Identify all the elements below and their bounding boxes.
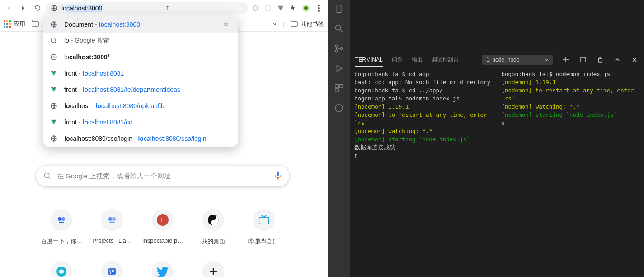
run-debug-icon[interactable] <box>333 62 345 74</box>
svg-point-5 <box>318 5 320 6</box>
shortcut-tile <box>51 261 72 277</box>
tab-debug-console[interactable]: 调试控制台 <box>432 53 459 67</box>
terminal-line: bogon:app tal$ nodemon index.js <box>354 95 493 103</box>
remote-icon[interactable] <box>333 102 345 114</box>
ntp-shortcut[interactable] <box>137 261 188 277</box>
chevron-down-icon <box>544 57 549 62</box>
back-button[interactable] <box>3 2 14 14</box>
svg-rect-28 <box>335 85 338 88</box>
suggestion-row[interactable]: front - localhost:8081/cd <box>43 114 238 130</box>
other-bookmarks[interactable]: 其他书签 <box>291 20 324 28</box>
suggestion-text: localhost:8080/sso/login - localhost:808… <box>64 135 231 142</box>
apps-shortcut[interactable]: 应用 <box>4 20 25 28</box>
svg-point-13 <box>44 173 49 178</box>
chrome-toolbar: localhost:3000 𝙸 <box>0 0 328 16</box>
split-terminal-icon[interactable] <box>579 56 587 64</box>
tab-output[interactable]: 输出 <box>412 53 423 67</box>
folder-icon <box>291 21 298 27</box>
svg-point-18 <box>112 217 116 221</box>
forward-button[interactable] <box>17 2 29 14</box>
shortcut-tile <box>51 209 72 231</box>
extensions-icon[interactable] <box>333 82 345 94</box>
svg-point-25 <box>335 45 338 47</box>
terminal-right[interactable]: bogon:hack tal$ nodemon index.js[nodemon… <box>497 67 644 277</box>
ext-icon-1[interactable] <box>251 4 260 13</box>
shortcut-tile <box>101 209 123 231</box>
terminal-line: [nodemon] 1.19.1 <box>354 103 493 111</box>
terminal-left[interactable]: bogon:hack tal$ cd appbash: cd: app: No … <box>350 67 497 277</box>
ntp-shortcuts: 百度一下，你… Projects · Da…L Inspectable p… 我… <box>36 209 289 277</box>
reload-button[interactable] <box>32 2 43 14</box>
panel-close-icon[interactable] <box>630 56 639 64</box>
ntp-shortcut[interactable]: Projects · Da… <box>87 209 137 245</box>
shortcut-tile <box>253 209 275 231</box>
svg-rect-20 <box>259 217 269 224</box>
suggestion-row[interactable]: localhost - localhost:8080/uploadfile <box>43 98 238 114</box>
folder-icon <box>32 21 39 27</box>
ntp-shortcut[interactable] <box>188 261 239 277</box>
terminal-line: [nodemon] to restart at any time, enter … <box>502 86 640 103</box>
bookmark-folder-1[interactable] <box>32 21 39 27</box>
tab-terminal[interactable]: TERMINAL <box>355 53 383 67</box>
vue-icon <box>50 118 58 126</box>
remove-suggestion-icon[interactable]: ✕ <box>223 21 231 28</box>
terminal-line: [nodemon] watching: *.* <box>502 103 640 111</box>
chrome-menu-icon[interactable] <box>314 4 323 13</box>
tab-problems[interactable]: 问题 <box>392 53 403 67</box>
voice-search-icon[interactable] <box>274 171 282 181</box>
ntp-shortcut[interactable]: 译 <box>87 261 137 277</box>
terminal-selector[interactable]: 1: node, node <box>482 55 553 65</box>
shortcut-label: Inspectable p… <box>142 237 183 244</box>
explorer-icon[interactable] <box>333 3 345 14</box>
suggestion-row[interactable]: localhost:3000/ <box>43 49 238 65</box>
address-bar[interactable]: localhost:3000 𝙸 <box>46 2 248 14</box>
panel-chevron-up-icon[interactable] <box>613 56 621 64</box>
shortcut-label: Projects · Da… <box>92 237 132 244</box>
source-control-icon[interactable] <box>333 43 345 54</box>
ntp-shortcut[interactable] <box>36 261 87 277</box>
suggestion-text: front - localhost:8081/fe/departmentIdea… <box>64 86 231 93</box>
suggestion-row[interactable]: localhost:8080/sso/login - localhost:808… <box>43 130 238 147</box>
suggestion-row[interactable]: front - localhost:8081/fe/departmentIdea… <box>43 81 238 98</box>
text-cursor-icon: 𝙸 <box>165 5 170 12</box>
shortcut-tile: L <box>152 209 174 231</box>
terminal-line: [nodemon] starting `node index.js` <box>354 135 493 143</box>
kill-terminal-icon[interactable] <box>596 56 604 64</box>
ext-icon-3[interactable] <box>276 4 285 13</box>
terminal-line: [nodemon] starting `node index.js` <box>502 111 640 119</box>
shortcut-tile <box>152 261 174 277</box>
apps-grid-icon <box>4 20 11 28</box>
terminal-line: bogon:hack tal$ nodemon index.js <box>502 70 640 78</box>
terminal-line: [nodemon] to restart at any time, enter … <box>354 111 493 127</box>
extensions-puzzle-icon[interactable] <box>289 4 298 13</box>
history-icon <box>50 53 58 61</box>
address-completion: calhost:3000 <box>66 5 102 12</box>
toolbar-right-icons <box>251 4 325 13</box>
bookmarks-overflow[interactable]: » <box>273 20 276 27</box>
suggestion-row[interactable]: Document - localhost:3000 ✕ <box>43 16 238 33</box>
suggestion-row[interactable]: front - localhost:8081 <box>43 65 238 81</box>
new-terminal-icon[interactable] <box>562 56 570 64</box>
shortcut-label: 哔哩哔哩 (゜ <box>248 237 281 245</box>
ntp-shortcut[interactable]: 百度一下，你… <box>36 209 87 245</box>
terminal-selector-label: 1: node, node <box>486 57 519 63</box>
svg-rect-29 <box>339 85 343 88</box>
ext-icon-2[interactable] <box>263 4 273 13</box>
search-icon[interactable] <box>333 23 345 34</box>
svg-point-27 <box>340 48 343 50</box>
omnibox-suggestions: Document - localhost:3000 ✕ lo - Google … <box>43 16 238 147</box>
ntp-shortcut[interactable]: L Inspectable p… <box>137 209 188 245</box>
ntp-shortcut[interactable]: 哔哩哔哩 (゜ <box>239 209 289 245</box>
suggestion-row[interactable]: lo - Google 搜索 <box>43 33 238 49</box>
google-search-box[interactable]: 在 Google 上搜索，或者输入一个网址 <box>36 166 289 186</box>
ntp-shortcut[interactable]: 我的桌面 <box>188 209 239 245</box>
terminal-line: 数据库连接成功 <box>354 143 493 152</box>
svg-point-15 <box>58 217 61 221</box>
terminal-line: bash: cd: app: No such file or directory <box>354 78 493 86</box>
suggestion-text: localhost - localhost:8080/uploadfile <box>64 102 231 110</box>
shortcut-tile: 译 <box>101 261 123 277</box>
arrow-left-icon <box>5 4 13 12</box>
vscode-window: TERMINAL 问题 输出 调试控制台 1: node, node bogon… <box>328 0 644 277</box>
profile-avatar[interactable] <box>301 4 310 13</box>
chrome-window: localhost:3000 𝙸 Document - localhost:30… <box>0 0 328 277</box>
